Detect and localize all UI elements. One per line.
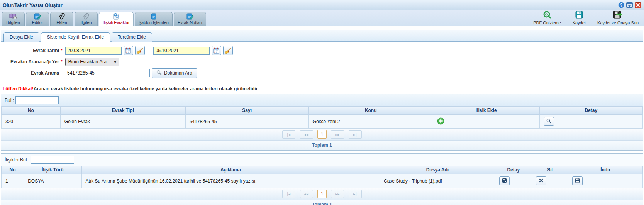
- tab-bilgileri[interactable]: i Bilgileri: [2, 12, 25, 26]
- subtab-dosya-ekle[interactable]: Dosya Ekle: [3, 32, 39, 42]
- col-evrak-tipi[interactable]: Evrak Tipi: [60, 107, 185, 115]
- date-to-input[interactable]: [153, 47, 210, 55]
- cell-dosya-adi: Case Study - Triphub (1).pdf: [380, 174, 495, 188]
- cell-ilisik-ekle: [433, 115, 539, 129]
- pager-last-button[interactable]: ▸|: [349, 190, 362, 198]
- col-konu[interactable]: Konu: [308, 107, 433, 115]
- tab-editor[interactable]: Editör: [26, 12, 49, 26]
- document-note-icon: [186, 13, 194, 20]
- col-ilisik-turu[interactable]: İlişik Türü: [24, 166, 81, 174]
- table-row: 1 DOSYA Atık Su Arıtma Şube Müdürlüğünün…: [2, 174, 643, 188]
- attachments-panel: İlişikler Bul : No İlişik Türü Açıklama …: [1, 153, 643, 205]
- tab-sablon-islemleri[interactable]: Şablon İşlemleri: [135, 12, 173, 26]
- date-from-input[interactable]: [65, 47, 122, 55]
- col-aciklama[interactable]: Açıklama: [81, 166, 380, 174]
- col-detay[interactable]: Detay: [539, 107, 642, 115]
- attachments-header-row: No İlişik Türü Açıklama Dosya Adı Detay …: [2, 166, 643, 174]
- document-edit-icon: [34, 13, 41, 20]
- attachment-detail-button[interactable]: [499, 176, 510, 185]
- help-icon[interactable]: ?: [618, 2, 624, 8]
- required-asterisk: *: [61, 59, 63, 64]
- date-label: Evrak Tarihi: [1, 48, 59, 53]
- documents-total: Toplam 1: [1, 140, 643, 150]
- document-results-panel: Bul : No Evrak Tipi Sayı Konu İlişik Ekl…: [1, 94, 643, 151]
- document-search-input[interactable]: [65, 69, 150, 77]
- pager-next-button[interactable]: ▸▸: [331, 130, 344, 139]
- pager-next-button[interactable]: ▸▸: [331, 190, 344, 198]
- tab-ilgileri[interactable]: İlgileri: [75, 12, 98, 26]
- cell-detay: [539, 115, 642, 129]
- cell-sayi: 54178265-45: [185, 115, 308, 129]
- pdf-preview-button[interactable]: PDF Önizleme: [533, 10, 561, 25]
- col-sil[interactable]: Sil: [532, 166, 568, 174]
- col-ilisik-ekle[interactable]: İlişik Ekle: [433, 107, 539, 115]
- table-row: 320 Gelen Evrak 54178265-45 Gokce Yeni 2: [2, 115, 643, 129]
- detail-button[interactable]: [544, 117, 554, 126]
- cell-aciklama: Atık Su Arıtma Şube Müdürlüğünün 16.02.2…: [81, 174, 380, 188]
- tab-evrak-notlari[interactable]: Evrak Notları: [174, 12, 206, 26]
- paperclip-gray-icon: [83, 13, 89, 20]
- clear-date-broom-icon[interactable]: [223, 46, 233, 55]
- book-info-icon: i: [9, 13, 17, 20]
- pager-first-button[interactable]: |◂: [282, 130, 295, 139]
- attachments-table: No İlişik Türü Açıklama Dosya Adı Detay …: [1, 166, 643, 188]
- calendar-icon[interactable]: [124, 46, 133, 55]
- save-and-submit-button[interactable]: Kaydet ve Onaya Sun: [597, 10, 639, 25]
- calendar-icon[interactable]: [212, 46, 221, 55]
- cell-konu: Gokce Yeni 2: [308, 115, 433, 129]
- document-find-row: Bul :: [1, 94, 643, 106]
- documents-pager: |◂ ◂◂ 1 ▸▸ ▸|: [1, 129, 643, 140]
- cell-ilisik-turu: DOSYA: [24, 174, 81, 188]
- chevron-down-icon: ▾: [114, 60, 116, 64]
- documents-header-row: No Evrak Tipi Sayı Konu İlişik Ekle Deta…: [2, 107, 643, 115]
- pager-last-button[interactable]: ▸|: [349, 130, 362, 139]
- attachments-find-row: İlişikler Bul :: [1, 154, 643, 166]
- add-attachment-button[interactable]: [437, 118, 445, 125]
- minimize-icon[interactable]: [626, 2, 633, 8]
- tab-iliskili-evraklar[interactable]: İlişkili Evraklar: [99, 12, 134, 26]
- pager-prev-button[interactable]: ◂◂: [300, 130, 313, 139]
- clear-date-broom-icon[interactable]: [135, 46, 145, 55]
- pager-current-page[interactable]: 1: [317, 130, 327, 139]
- subtab-bar: Dosya Ekle Sistemde Kayıtlı Evrak Ekle T…: [1, 30, 643, 42]
- find-label: Bul :: [5, 98, 14, 103]
- pager-first-button[interactable]: |◂: [282, 190, 295, 198]
- date-range-separator: -: [148, 48, 150, 53]
- attachments-pager: |◂ ◂◂ 1 ▸▸ ▸|: [1, 188, 643, 200]
- pager-prev-button[interactable]: ◂◂: [300, 190, 313, 198]
- document-link-icon: [112, 13, 120, 20]
- delete-button[interactable]: [536, 176, 546, 185]
- svg-text:?: ?: [620, 3, 622, 7]
- document-filter-input[interactable]: [15, 96, 59, 104]
- download-button[interactable]: [572, 176, 583, 185]
- col-detay[interactable]: Detay: [495, 166, 532, 174]
- attachments-filter-input[interactable]: [31, 156, 74, 164]
- col-no[interactable]: No: [2, 107, 61, 115]
- cell-sil: [532, 174, 568, 188]
- save-button[interactable]: Kaydet: [573, 10, 586, 25]
- search-place-select[interactable]: Birim Evrakları Ara ▾: [65, 58, 119, 66]
- col-no[interactable]: No: [2, 166, 24, 174]
- warning-text: Aranan evrak listede bulunmuyorsa evraka…: [34, 86, 259, 91]
- floppy-icon: [575, 178, 580, 184]
- cell-no: 320: [2, 115, 61, 129]
- paperclip-icon: [59, 13, 65, 20]
- cell-evrak-tipi: Gelen Evrak: [60, 115, 185, 129]
- close-icon[interactable]: [635, 2, 641, 8]
- subtab-tercume-ekle[interactable]: Tercüme Ekle: [112, 32, 152, 42]
- attachments-find-label: İlişikler Bul :: [5, 157, 29, 163]
- related-documents-panel: Dosya Ekle Sistemde Kayıtlı Evrak Ekle T…: [1, 30, 643, 83]
- document-search-button[interactable]: Doküman Ara: [152, 68, 197, 78]
- document-search-label: Evrak Arama: [1, 70, 59, 76]
- search-form: Evrak Tarihi * - Evrakın Aranacağı Yer *…: [1, 42, 643, 83]
- magnifier-circle-icon: [502, 178, 507, 185]
- col-dosya-adi[interactable]: Dosya Adı: [380, 166, 495, 174]
- col-indir[interactable]: İndir: [568, 166, 643, 174]
- col-sayi[interactable]: Sayı: [185, 107, 308, 115]
- warning-message: Lütfen Dikkat!Aranan evrak listede bulun…: [0, 83, 644, 94]
- tab-ekleri[interactable]: Ekleri: [50, 12, 73, 26]
- pager-current-page[interactable]: 1: [317, 190, 327, 198]
- subtab-sistemde-kayitli-evrak-ekle[interactable]: Sistemde Kayıtlı Evrak Ekle: [41, 32, 110, 42]
- save-submit-icon: [613, 10, 622, 20]
- window-titlebar: Olur/Takrir Yazısı Oluştur ?: [0, 0, 644, 10]
